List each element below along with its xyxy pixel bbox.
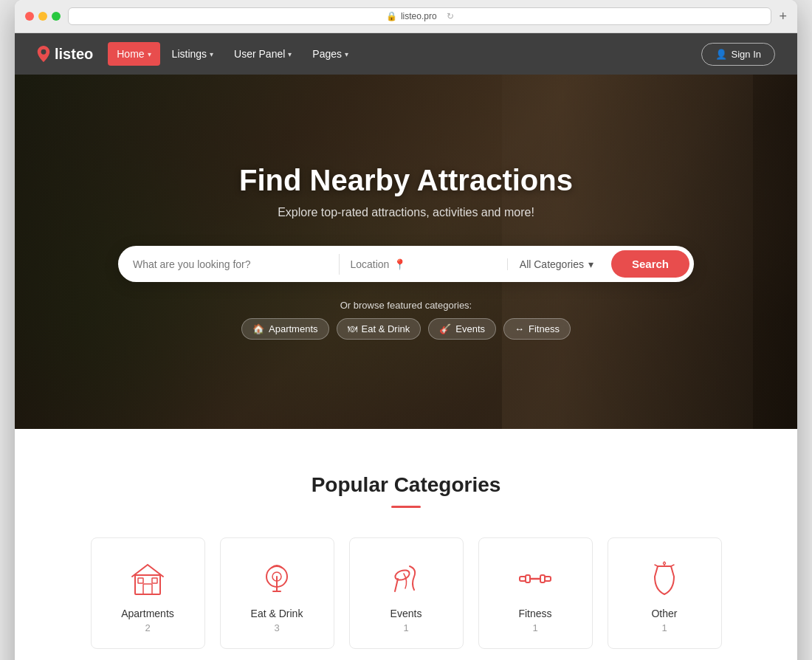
- location-input[interactable]: Location 📍: [350, 258, 506, 270]
- user-icon: 👤: [715, 49, 727, 60]
- apartment-icon: 🏠: [252, 323, 264, 334]
- svg-rect-8: [545, 577, 551, 581]
- nav-item-user-panel[interactable]: User Panel ▾: [225, 42, 300, 66]
- search-bar: Location 📍 All Categories ▾ Search: [118, 246, 694, 282]
- fitness-icon: [517, 560, 554, 597]
- browse-tag-apartments[interactable]: 🏠 Apartments: [241, 318, 328, 340]
- browse-tag-label: Fitness: [529, 323, 560, 334]
- browser-window: 🔒 listeo.pro ↻ + listeo Home ▾: [15, 0, 797, 660]
- minimize-dot[interactable]: [38, 12, 47, 21]
- nav-item-pages[interactable]: Pages ▾: [303, 42, 357, 66]
- svg-rect-7: [520, 577, 526, 581]
- categories-select[interactable]: All Categories ▾: [507, 258, 605, 270]
- url-bar[interactable]: 🔒 listeo.pro ↻: [68, 7, 771, 25]
- category-name: Fitness: [494, 608, 577, 619]
- refresh-icon[interactable]: ↻: [447, 11, 454, 21]
- chevron-down-icon: ▾: [148, 50, 151, 58]
- category-count: 2: [106, 622, 190, 633]
- svg-point-6: [394, 568, 411, 582]
- category-card-events[interactable]: Events 1: [349, 537, 464, 649]
- hero-content: Find Nearby Attractions Explore top-rate…: [15, 164, 797, 340]
- nav-user-panel-label: User Panel: [234, 48, 285, 60]
- browse-tag-events[interactable]: 🎸 Events: [428, 318, 496, 340]
- hero-subtitle: Explore top-rated attractions, activitie…: [30, 206, 782, 219]
- browser-bar: 🔒 listeo.pro ↻ +: [15, 0, 797, 33]
- svg-rect-3: [152, 578, 157, 583]
- hero-section: Find Nearby Attractions Explore top-rate…: [15, 75, 797, 429]
- location-text: Location: [350, 258, 389, 270]
- logo-text: listeo: [55, 46, 93, 63]
- svg-line-12: [655, 565, 658, 566]
- nav-listings-label: Listings: [172, 48, 207, 60]
- events-icon: 🎸: [439, 323, 451, 334]
- category-card-fitness[interactable]: Fitness 1: [478, 537, 593, 649]
- navbar: listeo Home ▾ Listings ▾ User Panel ▾ Pa…: [15, 33, 797, 75]
- category-name: Other: [623, 608, 706, 619]
- nav-item-home[interactable]: Home ▾: [108, 42, 159, 66]
- food-icon: [258, 560, 295, 597]
- browser-actions: +: [779, 9, 787, 24]
- category-card-apartments[interactable]: Apartments 2: [91, 537, 205, 649]
- browse-tags: 🏠 Apartments 🍽 Eat & Drink 🎸 Events: [30, 318, 782, 340]
- popular-categories-section: Popular Categories Apartments: [15, 429, 797, 660]
- food-icon: 🍽: [348, 323, 357, 334]
- page-content: listeo Home ▾ Listings ▾ User Panel ▾ Pa…: [15, 33, 797, 660]
- lock-icon: 🔒: [386, 11, 397, 21]
- svg-rect-2: [138, 578, 143, 583]
- chevron-down-icon: ▾: [588, 258, 593, 270]
- url-text: listeo.pro: [401, 11, 437, 21]
- section-title: Popular Categories: [44, 473, 768, 497]
- close-dot[interactable]: [25, 12, 34, 21]
- nav-item-listings[interactable]: Listings ▾: [163, 42, 222, 66]
- browse-tag-label: Apartments: [269, 323, 317, 334]
- other-icon: [646, 560, 683, 597]
- maximize-dot[interactable]: [52, 12, 61, 21]
- chevron-down-icon: ▾: [345, 50, 348, 58]
- category-count: 3: [235, 622, 319, 633]
- nav-pages-label: Pages: [312, 48, 342, 60]
- categories-grid: Apartments 2 Eat & Drink: [44, 537, 768, 660]
- category-count: 1: [623, 622, 706, 633]
- browse-tag-fitness[interactable]: ↔ Fitness: [503, 318, 571, 340]
- svg-rect-1: [143, 584, 152, 594]
- search-button[interactable]: Search: [611, 250, 689, 278]
- browse-label: Or browse featured categories:: [30, 300, 782, 311]
- sign-in-button[interactable]: 👤 Sign In: [701, 43, 775, 66]
- category-count: 1: [365, 622, 448, 633]
- nav-right: 👤 Sign In: [701, 43, 775, 66]
- hero-title: Find Nearby Attractions: [30, 164, 782, 197]
- logo-pin-icon: [37, 46, 50, 62]
- browse-tag-label: Events: [455, 323, 485, 334]
- category-card-eat-drink[interactable]: Eat & Drink 3: [220, 537, 334, 649]
- browse-section: Or browse featured categories: 🏠 Apartme…: [30, 300, 782, 340]
- category-card-other[interactable]: Other 1: [608, 537, 722, 649]
- category-count: 1: [494, 622, 577, 633]
- apartment-icon: [129, 560, 166, 597]
- browse-tag-eat-drink[interactable]: 🍽 Eat & Drink: [337, 318, 422, 340]
- sign-in-label: Sign In: [732, 49, 761, 60]
- categories-label: All Categories: [520, 258, 584, 270]
- new-tab-button[interactable]: +: [779, 9, 787, 24]
- browser-dots: [25, 12, 61, 21]
- search-what-input[interactable]: [133, 252, 328, 276]
- section-underline: [391, 506, 421, 508]
- category-name: Events: [365, 608, 448, 619]
- nav-home-label: Home: [117, 48, 144, 60]
- browse-tag-label: Eat & Drink: [362, 323, 410, 334]
- events-icon: [388, 560, 424, 597]
- chevron-down-icon: ▾: [210, 50, 213, 58]
- fitness-icon: ↔: [515, 323, 524, 334]
- nav-items: Home ▾ Listings ▾ User Panel ▾ Pages ▾: [108, 42, 701, 66]
- svg-line-13: [671, 565, 674, 566]
- chevron-down-icon: ▾: [288, 50, 292, 58]
- category-name: Apartments: [106, 608, 190, 619]
- location-pin-icon: 📍: [393, 258, 406, 270]
- search-divider: [339, 254, 340, 275]
- category-name: Eat & Drink: [235, 608, 319, 619]
- logo[interactable]: listeo: [37, 46, 93, 63]
